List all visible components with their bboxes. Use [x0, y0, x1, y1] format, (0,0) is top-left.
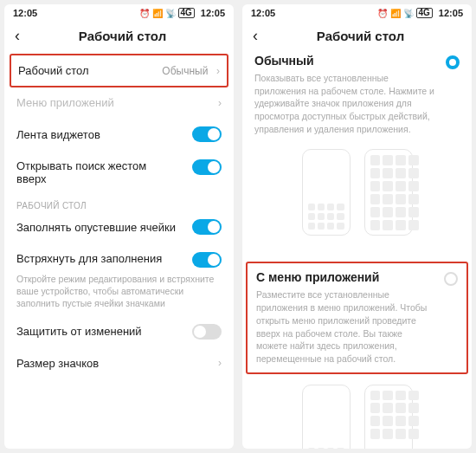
mini-phone-icon: [302, 385, 351, 449]
highlight-box: Рабочий стол Обычный ›: [10, 54, 228, 87]
status-time: 12:05: [13, 8, 37, 18]
row-label: Размер значков: [16, 357, 99, 370]
row-search-gesture[interactable]: Открывать поиск жестом вверх: [16, 151, 222, 194]
row-description: Откройте режим редактирования и встряхни…: [16, 273, 222, 310]
status-icons: ⏰ 📶 📡 4G 12:05: [377, 8, 463, 18]
row-label: Заполнять опустевшие ячейки: [16, 221, 176, 234]
alarm-icon: ⏰: [139, 9, 150, 18]
row-label: Встряхнуть для заполнения: [16, 252, 162, 265]
chevron-right-icon: ›: [218, 97, 222, 109]
page-title: Рабочий стол: [37, 29, 208, 43]
toggle-search[interactable]: [192, 159, 222, 175]
phone-right: 12:05 ⏰ 📶 📡 4G 12:05 ‹ Рабочий стол Обыч…: [242, 4, 472, 449]
wifi-icon: 📡: [165, 9, 176, 18]
header: ‹ Рабочий стол: [242, 20, 472, 54]
toggle-fill[interactable]: [192, 219, 222, 235]
option-description: Разместите все установленные приложения …: [256, 288, 435, 365]
wifi-icon: 📡: [403, 9, 414, 18]
toggle-shake[interactable]: [192, 252, 222, 268]
option-classic[interactable]: Обычный Показывать все установленные при…: [254, 54, 460, 236]
highlight-box: С меню приложений Разместите все установ…: [246, 262, 468, 373]
status-bar: 12:05 ⏰ 📶 📡 4G 12:05: [4, 4, 234, 20]
radio-unselected-icon[interactable]: [444, 272, 458, 286]
row-widgets-feed[interactable]: Лента виджетов: [16, 118, 222, 151]
mini-phone-icon: [364, 149, 413, 236]
preview-classic: [254, 149, 460, 236]
chevron-right-icon: ›: [216, 65, 220, 77]
row-label: Меню приложений: [16, 96, 114, 109]
row-icon-size[interactable]: Размер значков ›: [16, 348, 222, 379]
mode-options: Обычный Показывать все установленные при…: [242, 54, 472, 449]
mini-phone-icon: [364, 385, 413, 449]
back-icon[interactable]: ‹: [15, 27, 30, 45]
option-description: Показывать все установленные приложения …: [254, 72, 437, 135]
row-label: Рабочий стол: [18, 64, 89, 77]
network-badge: 4G: [178, 8, 195, 18]
back-icon[interactable]: ‹: [253, 27, 268, 45]
signal-icon: 📶: [152, 9, 163, 18]
row-value: Обычный: [162, 65, 208, 77]
row-desktop-mode[interactable]: Рабочий стол Обычный ›: [18, 61, 220, 81]
status-time-right: 12:05: [201, 8, 225, 18]
preview-drawer: [254, 385, 460, 449]
alarm-icon: ⏰: [377, 9, 388, 18]
row-label: Открывать поиск жестом вверх: [16, 159, 164, 185]
option-app-drawer[interactable]: С меню приложений Разместите все установ…: [256, 270, 458, 365]
option-title: С меню приложений: [256, 270, 435, 284]
row-app-menu: Меню приложений ›: [16, 87, 222, 118]
row-value-wrap: Обычный ›: [162, 64, 220, 77]
status-icons: ⏰ 📶 📡 4G 12:05: [139, 8, 225, 18]
header: ‹ Рабочий стол: [4, 20, 234, 54]
status-bar: 12:05 ⏰ 📶 📡 4G 12:05: [242, 4, 472, 20]
row-label: Защитить от изменений: [16, 325, 142, 338]
row-label: Лента виджетов: [16, 128, 100, 141]
signal-icon: 📶: [390, 9, 401, 18]
phone-left: 12:05 ⏰ 📶 📡 4G 12:05 ‹ Рабочий стол Рабо…: [4, 4, 234, 449]
status-time: 12:05: [251, 8, 275, 18]
row-fill-empty[interactable]: Заполнять опустевшие ячейки: [16, 210, 222, 243]
toggle-widgets[interactable]: [192, 126, 222, 142]
row-shake-fill[interactable]: Встряхнуть для заполнения: [16, 243, 222, 276]
chevron-right-icon: ›: [218, 357, 222, 369]
option-text: С меню приложений Разместите все установ…: [256, 270, 435, 365]
option-text: Обычный Показывать все установленные при…: [254, 54, 437, 135]
page-title: Рабочий стол: [275, 29, 446, 43]
status-time-right: 12:05: [439, 8, 463, 18]
mini-phone-icon: [302, 149, 351, 236]
toggle-protect[interactable]: [192, 324, 222, 340]
radio-selected-icon[interactable]: [446, 55, 460, 69]
option-title: Обычный: [254, 54, 437, 68]
row-protect-changes[interactable]: Защитить от изменений: [16, 315, 222, 348]
settings-list: Рабочий стол Обычный › Меню приложений ›…: [4, 54, 234, 449]
network-badge: 4G: [416, 8, 433, 18]
section-header: РАБОЧИЙ СТОЛ: [16, 201, 222, 210]
